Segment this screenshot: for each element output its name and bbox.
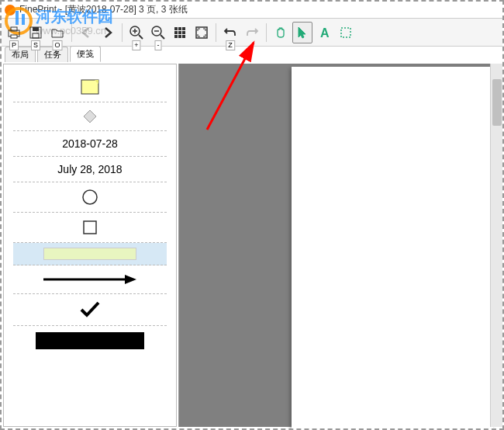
tab-notes[interactable]: 便笺 — [70, 46, 101, 62]
stamp-date-iso[interactable]: 2018-07-28 — [13, 131, 167, 157]
undo-button[interactable]: Z — [220, 22, 240, 43]
title-bar: FinePrint - [黄波2018-07-28] 3 页, 3 张纸 — [2, 2, 502, 19]
stamp-redaction-bar[interactable] — [13, 326, 167, 355]
pan-hand-button[interactable] — [271, 22, 291, 43]
svg-rect-21 — [182, 31, 185, 34]
stamp-circle[interactable] — [13, 182, 167, 213]
stamp-sticky-note[interactable] — [13, 72, 167, 102]
stamp-checkmark[interactable] — [13, 294, 167, 326]
zoom-in-button[interactable]: + — [126, 22, 147, 43]
svg-rect-17 — [178, 27, 181, 30]
svg-rect-20 — [178, 31, 181, 34]
toolbar: P S O + - Z A — [2, 19, 502, 47]
open-key-hint: O — [52, 40, 62, 50]
notes-palette: 2018-07-28 July 28, 2018 — [3, 64, 177, 427]
stamp-date-long[interactable]: July 28, 2018 — [13, 157, 167, 182]
svg-rect-19 — [174, 31, 178, 34]
save-button[interactable]: S — [26, 22, 46, 43]
stamp-highlight[interactable] — [13, 243, 167, 265]
svg-rect-8 — [33, 33, 39, 38]
svg-rect-24 — [182, 35, 185, 38]
svg-text:A: A — [320, 26, 330, 40]
scrollbar-thumb[interactable] — [492, 79, 502, 126]
separator — [216, 23, 216, 42]
redo-button[interactable] — [242, 22, 262, 43]
svg-rect-27 — [341, 28, 350, 37]
svg-rect-18 — [182, 27, 185, 30]
separator — [266, 23, 267, 42]
svg-rect-5 — [11, 35, 17, 38]
svg-rect-22 — [174, 35, 178, 38]
window-title: FinePrint - [黄波2018-07-28] 3 页, 3 张纸 — [19, 3, 188, 16]
pointer-button[interactable] — [292, 22, 312, 43]
svg-rect-7 — [33, 27, 39, 31]
document-canvas[interactable] — [178, 64, 502, 427]
sidebar-tabs: 布局 任务 便笺 — [2, 47, 502, 62]
print-button[interactable]: P — [4, 22, 24, 43]
svg-rect-30 — [84, 221, 96, 234]
text-annotation-button[interactable]: A — [314, 22, 334, 43]
app-icon — [5, 5, 16, 16]
main-area: 2018-07-28 July 28, 2018 — [2, 62, 502, 428]
svg-line-14 — [161, 35, 164, 39]
undo-key-hint: Z — [226, 40, 235, 50]
zoom-out-button[interactable]: - — [148, 22, 168, 43]
separator — [71, 23, 72, 42]
nav-forward-button[interactable] — [98, 22, 118, 43]
zoomin-key-hint: + — [132, 40, 140, 50]
thumbnails-button[interactable] — [170, 22, 190, 43]
vertical-scrollbar[interactable] — [490, 64, 502, 427]
fullscreen-button[interactable] — [192, 22, 212, 43]
stamp-diamond[interactable] — [13, 102, 167, 131]
svg-rect-16 — [174, 27, 178, 30]
zoomout-key-hint: - — [155, 40, 162, 50]
svg-point-29 — [83, 190, 97, 204]
stamp-arrow[interactable] — [13, 265, 167, 294]
svg-rect-23 — [178, 35, 181, 38]
svg-rect-28 — [81, 80, 98, 94]
separator — [122, 23, 123, 42]
nav-back-button[interactable] — [76, 22, 96, 43]
marquee-select-button[interactable] — [336, 22, 356, 43]
page-preview[interactable] — [292, 67, 493, 430]
stamp-square[interactable] — [13, 213, 167, 243]
svg-line-10 — [139, 35, 143, 39]
print-key-hint: P — [9, 40, 19, 50]
save-key-hint: S — [31, 40, 40, 50]
open-button[interactable]: O — [47, 22, 67, 43]
